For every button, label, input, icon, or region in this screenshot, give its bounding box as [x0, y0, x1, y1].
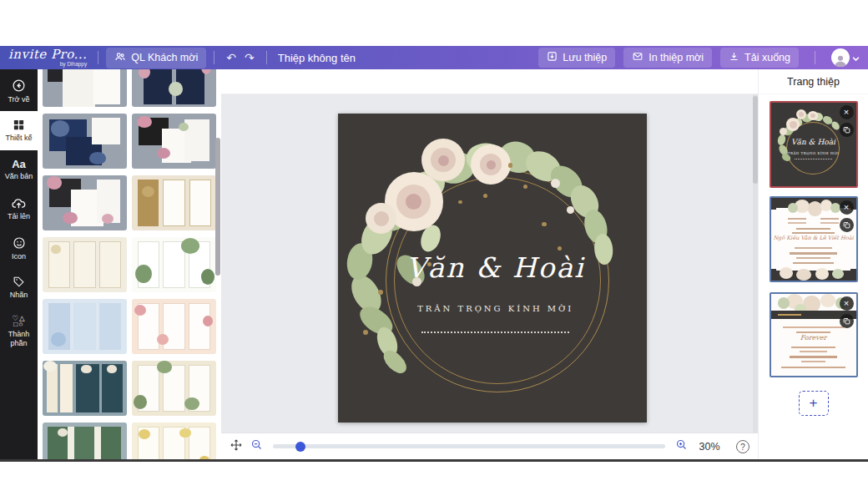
template-thumbnail[interactable]	[43, 299, 127, 354]
sidebar-item-back[interactable]: Trở về	[0, 72, 38, 111]
canvas-area[interactable]: Văn & Hoài TRÂN TRỌNG KÍNH MỜI	[221, 94, 758, 433]
zoom-out-icon[interactable]	[250, 438, 263, 454]
couple-names-text[interactable]: Văn & Hoài	[344, 251, 647, 284]
decor-shape	[169, 82, 182, 96]
page-thumbnail-3[interactable]: Forever ×	[770, 292, 858, 377]
delete-page-button[interactable]: ×	[840, 105, 854, 119]
print-invitation-label: In thiệp mời	[648, 52, 704, 63]
zoom-slider-thumb[interactable]	[295, 442, 305, 452]
envelope-icon	[632, 51, 643, 64]
zoom-level-value: 30%	[695, 441, 724, 453]
text-Aa-icon: Aa	[12, 159, 26, 170]
page-thumbnail-1-selected[interactable]: Văn & Hoài TRÂN TRỌNG KÍNH MỜI ×	[770, 101, 858, 188]
manage-guests-button[interactable]: QL Khách mời	[106, 48, 206, 68]
cloud-upload-icon	[12, 197, 26, 210]
sidebar-item-text[interactable]: Aa Văn bản	[0, 150, 38, 190]
page-thumbnail-2[interactable]: Ngô Kiều Vân & Lê Viết Hoài ×	[770, 196, 858, 282]
decor-shape	[363, 330, 368, 335]
divider	[815, 51, 815, 64]
divider	[98, 51, 98, 64]
smiley-icon	[13, 236, 26, 250]
invitation-subtitle-text[interactable]: TRÂN TRỌNG KÍNH MỜI	[344, 304, 647, 313]
decor-shape	[99, 303, 121, 349]
pan-tool-icon[interactable]	[230, 438, 243, 455]
dotted-guest-line[interactable]	[421, 331, 570, 333]
decor-shape	[51, 245, 61, 254]
template-thumbnail[interactable]	[43, 175, 127, 230]
template-thumbnail[interactable]	[43, 423, 127, 459]
sidebar-item-upload[interactable]: Tải lên	[0, 190, 38, 229]
template-thumbnail[interactable]	[132, 361, 216, 416]
decor-shape	[780, 267, 793, 279]
delete-page-button[interactable]: ×	[840, 200, 854, 215]
sidebar-label: Thành phần	[0, 330, 38, 347]
help-button[interactable]: ?	[736, 440, 749, 453]
decor-shape	[68, 427, 74, 459]
grid-icon	[13, 119, 25, 131]
document-title[interactable]: Thiệp không tên	[278, 52, 356, 64]
page-3-script-line: Forever	[771, 334, 856, 342]
zoom-in-icon[interactable]	[675, 438, 688, 454]
decor-shape	[89, 152, 106, 164]
duplicate-page-button[interactable]	[840, 314, 854, 328]
zoom-bar: 30% ?	[221, 433, 758, 459]
decor-shape	[94, 427, 101, 459]
decor-shape	[102, 214, 114, 224]
top-bar: invite Pro... by Dihappy QL Khách mời ↶ …	[0, 46, 868, 69]
avatar	[831, 48, 850, 67]
decor-shape	[795, 247, 832, 249]
redo-icon[interactable]: ↷	[245, 51, 255, 64]
shapes-icon: ♡△ □○	[12, 316, 25, 327]
decor-shape	[800, 351, 827, 352]
decor-shape	[788, 222, 806, 224]
template-thumbnail[interactable]	[132, 299, 216, 354]
app-logo[interactable]: invite Pro... by Dihappy	[8, 48, 87, 68]
template-thumbnail[interactable]	[132, 175, 216, 230]
undo-icon[interactable]: ↶	[226, 51, 236, 64]
decor-shape	[93, 69, 120, 104]
sidebar-item-components[interactable]: ♡△ □○ Thành phần	[0, 307, 38, 356]
decor-shape	[438, 155, 449, 166]
mini-subtitle: TRÂN TRỌNG KÍNH MỜI	[771, 151, 856, 155]
invitation-canvas[interactable]: Văn & Hoài TRÂN TRỌNG KÍNH MỜI	[338, 114, 647, 423]
sidebar-item-label[interactable]: Nhãn	[0, 268, 38, 307]
save-icon	[547, 51, 558, 64]
template-thumbnail[interactable]	[43, 69, 127, 107]
canvas-column: Văn & Hoài TRÂN TRỌNG KÍNH MỜI	[221, 69, 758, 459]
sidebar-item-design[interactable]: Thiết kế	[0, 111, 38, 150]
add-page-button[interactable]: +	[799, 391, 829, 416]
download-label: Tải xuống	[744, 52, 790, 63]
template-thumbnail[interactable]	[132, 69, 216, 107]
template-thumbnail[interactable]	[132, 237, 216, 292]
shapes-glyph-bottom: □○	[13, 320, 23, 328]
download-button[interactable]: Tải xuống	[720, 48, 799, 68]
template-thumbnail[interactable]	[43, 114, 127, 169]
delete-page-button[interactable]: ×	[840, 296, 854, 311]
decor-shape	[139, 429, 150, 439]
save-card-button[interactable]: Lưu thiệp	[538, 48, 615, 68]
print-invitation-button[interactable]: In thiệp mời	[623, 48, 712, 68]
decor-shape	[201, 269, 214, 284]
sidebar-label: Trở về	[8, 95, 29, 104]
duplicate-page-button[interactable]	[840, 218, 854, 232]
decor-shape	[134, 305, 146, 316]
sidebar-label: Tải lên	[8, 212, 30, 220]
template-thumbnail[interactable]	[43, 237, 127, 292]
gallery-scrollbar[interactable]	[215, 138, 220, 276]
decor-shape	[189, 303, 210, 349]
decor-shape	[567, 206, 574, 214]
template-thumbnail[interactable]	[132, 114, 216, 169]
zoom-slider-track[interactable]	[273, 444, 665, 448]
pages-panel-title: Trang thiệp	[759, 69, 868, 94]
decor-shape	[203, 316, 213, 326]
mini-dotted-line	[795, 159, 832, 159]
template-thumbnail[interactable]	[132, 423, 216, 459]
account-menu[interactable]	[831, 48, 860, 67]
decor-shape	[815, 268, 829, 280]
duplicate-page-button[interactable]	[840, 123, 854, 137]
template-thumbnail[interactable]	[43, 361, 127, 416]
decor-shape	[483, 194, 487, 198]
sidebar-label: Thiết kế	[5, 134, 32, 142]
sidebar-item-icon[interactable]: Icon	[0, 229, 38, 268]
decor-shape	[558, 246, 562, 250]
